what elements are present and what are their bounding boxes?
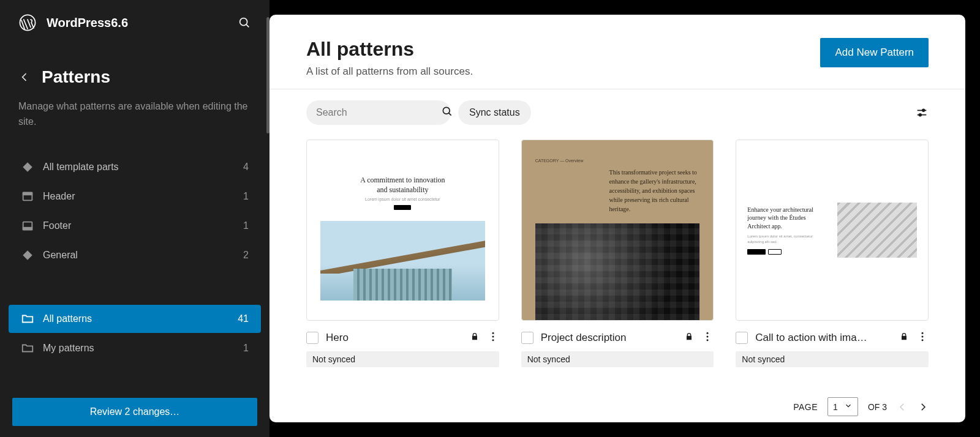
nav-label: Header: [43, 191, 235, 202]
pattern-card: A commitment to innovation and sustainab…: [306, 140, 499, 367]
section-title: Patterns: [42, 67, 110, 87]
card-meta: Project description: [521, 321, 714, 351]
review-label: Review 2 changes…: [90, 406, 180, 417]
select-checkbox[interactable]: [306, 332, 318, 344]
nav-item-footer[interactable]: Footer 1: [9, 212, 261, 240]
sidebar-header: WordPress6.6: [0, 0, 270, 43]
nav-count: 1: [243, 191, 249, 202]
section-description: Manage what patterns are available when …: [0, 93, 270, 146]
svg-rect-3: [23, 162, 32, 172]
svg-point-19: [707, 336, 709, 338]
more-actions-icon[interactable]: [916, 331, 929, 345]
pattern-preview[interactable]: CATEGORY — Overview This transformative …: [521, 140, 714, 321]
svg-point-17: [492, 339, 494, 341]
page-next-icon[interactable]: [918, 402, 929, 413]
nav-item-all-patterns[interactable]: All patterns 41: [9, 305, 261, 333]
page-label: PAGE: [793, 402, 818, 412]
nav-item-general[interactable]: General 2: [9, 241, 261, 269]
preview-button-shape: [394, 205, 411, 210]
svg-rect-7: [23, 227, 32, 230]
panel-body: Sync status A commitment to innovation a…: [270, 89, 965, 422]
svg-point-22: [922, 336, 924, 338]
back-icon[interactable]: [18, 71, 31, 83]
page-current: 1: [833, 402, 838, 412]
search-input[interactable]: [314, 102, 441, 123]
svg-point-23: [922, 339, 924, 341]
more-actions-icon[interactable]: [701, 331, 714, 345]
panel: All patterns A list of all patterns from…: [270, 15, 965, 422]
preview-headline: Enhance your architectural journey with …: [747, 206, 827, 231]
page-subtitle: A list of all patterns from all sources.: [306, 65, 820, 78]
preview-subtext: Lorem ipsum dolor sit amet, consectetur …: [747, 234, 827, 244]
search-icon[interactable]: [238, 16, 251, 29]
diamond-icon: [21, 248, 34, 262]
svg-point-14: [919, 114, 921, 116]
nav-label: My patterns: [43, 343, 235, 354]
card-title[interactable]: Project description: [541, 332, 677, 344]
select-checkbox[interactable]: [736, 332, 748, 344]
nav-label: General: [43, 250, 235, 261]
preview-body: This transformative project seeks to enh…: [609, 168, 700, 214]
nav-count: 2: [243, 250, 249, 261]
more-actions-icon[interactable]: [487, 331, 499, 345]
page-select[interactable]: 1: [827, 397, 858, 416]
lock-icon: [684, 332, 694, 344]
nav-patterns: All patterns 41 My patterns 1: [0, 297, 270, 370]
preview-image: [837, 203, 917, 258]
sync-status-filter[interactable]: Sync status: [458, 100, 531, 125]
svg-rect-5: [23, 192, 32, 195]
svg-point-20: [707, 339, 709, 341]
nav-item-header[interactable]: Header 1: [9, 182, 261, 211]
svg-point-21: [922, 332, 924, 334]
wordpress-logo-icon[interactable]: [18, 13, 37, 32]
filter-label: Sync status: [469, 107, 520, 118]
filter-row: Sync status: [270, 89, 965, 136]
page-of: OF 3: [868, 402, 887, 412]
preview-headline: and sustainability: [377, 185, 428, 195]
search-icon[interactable]: [441, 105, 453, 120]
section-header: Patterns: [0, 43, 270, 93]
nav-label: All template parts: [43, 162, 235, 173]
add-button-label: Add New Pattern: [835, 47, 914, 58]
nav-item-all-template-parts[interactable]: All template parts 4: [9, 153, 261, 181]
svg-rect-8: [23, 250, 32, 260]
select-checkbox[interactable]: [521, 332, 533, 344]
nav-count: 1: [243, 220, 249, 231]
add-new-pattern-button[interactable]: Add New Pattern: [820, 38, 929, 67]
nav-item-my-patterns[interactable]: My patterns 1: [9, 334, 261, 362]
card-meta: Hero: [306, 321, 499, 351]
chevron-down-icon: [844, 402, 853, 412]
preview-subtext: Lorem ipsum dolor sit amet consectetur: [365, 197, 440, 201]
search-box[interactable]: [306, 100, 451, 125]
svg-point-12: [922, 110, 925, 112]
card-title[interactable]: Call to action with ima…: [755, 332, 892, 344]
review-changes-button[interactable]: Review 2 changes…: [12, 398, 257, 426]
main-area: All patterns A list of all patterns from…: [270, 0, 980, 437]
panel-header: All patterns A list of all patterns from…: [270, 15, 965, 89]
footer-icon: [21, 219, 34, 233]
svg-point-18: [707, 332, 709, 334]
header-icon: [21, 190, 34, 203]
page-prev-icon[interactable]: [897, 402, 908, 413]
preview-meta: CATEGORY — Overview: [535, 159, 584, 163]
preview-button-group: [747, 249, 827, 255]
nav-count: 1: [243, 343, 249, 354]
sync-badge: Not synced: [736, 351, 929, 367]
lock-icon: [899, 332, 909, 344]
pattern-grid: A commitment to innovation and sustainab…: [270, 136, 965, 367]
pattern-card: CATEGORY — Overview This transformative …: [521, 140, 714, 367]
site-title[interactable]: WordPress6.6: [47, 16, 228, 30]
nav-label: Footer: [43, 220, 235, 231]
page-title: All patterns: [306, 38, 820, 61]
view-options-icon[interactable]: [915, 106, 929, 119]
card-title[interactable]: Hero: [326, 332, 462, 344]
card-meta: Call to action with ima…: [736, 321, 929, 351]
pattern-preview[interactable]: A commitment to innovation and sustainab…: [306, 140, 499, 321]
preview-headline: A commitment to innovation: [360, 176, 445, 185]
folder-icon: [21, 342, 34, 355]
pagination: PAGE 1 OF 3: [793, 397, 929, 416]
pattern-preview[interactable]: Enhance your architectural journey with …: [736, 140, 929, 321]
nav-label: All patterns: [43, 313, 229, 324]
lock-icon: [470, 332, 480, 344]
svg-point-9: [443, 107, 450, 114]
